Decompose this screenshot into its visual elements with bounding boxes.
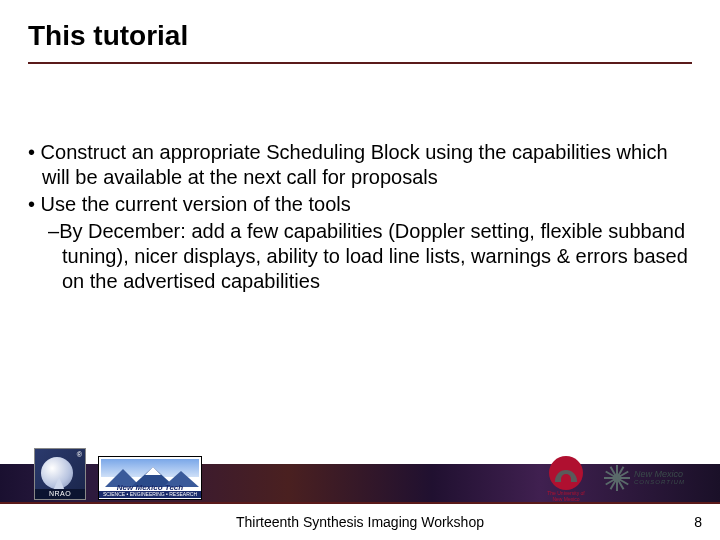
logo-nmc-line1: New Mexico <box>634 470 685 478</box>
title-rule <box>28 62 692 64</box>
logo-nmc-line2: CONSORTIUM <box>634 478 685 486</box>
logo-nmc-text: New Mexico CONSORTIUM <box>634 470 685 486</box>
registered-mark: ® <box>77 451 82 458</box>
bullet-item: Construct an appropriate Scheduling Bloc… <box>28 140 692 190</box>
bullet-subitem: By December: add a few capabilities (Dop… <box>28 219 692 294</box>
arch-icon <box>555 470 577 482</box>
logo-nrao: ® NRAO <box>34 448 86 500</box>
slide: This tutorial Construct an appropriate S… <box>0 0 720 540</box>
logo-unm: The University of New Mexico <box>540 456 592 500</box>
logo-nrao-label: NRAO <box>35 489 85 499</box>
content-block: Construct an appropriate Scheduling Bloc… <box>28 140 692 296</box>
logo-unm-text2: New Mexico <box>540 497 592 502</box>
slide-title: This tutorial <box>28 20 188 52</box>
unm-seal-icon <box>549 456 583 490</box>
snow-icon <box>145 467 161 475</box>
starburst-icon <box>602 463 632 493</box>
logo-nmtech: New Mexico Tech SCIENCE • ENGINEERING • … <box>98 456 202 500</box>
logo-nmconsortium: New Mexico CONSORTIUM <box>602 460 706 496</box>
logo-nmtech-sub: SCIENCE • ENGINEERING • RESEARCH <box>99 491 201 498</box>
bullet-item: Use the current version of the tools <box>28 192 692 217</box>
footer-text: Thirteenth Synthesis Imaging Workshop <box>0 514 720 530</box>
footer-rule <box>0 502 720 504</box>
page-number: 8 <box>694 514 702 530</box>
